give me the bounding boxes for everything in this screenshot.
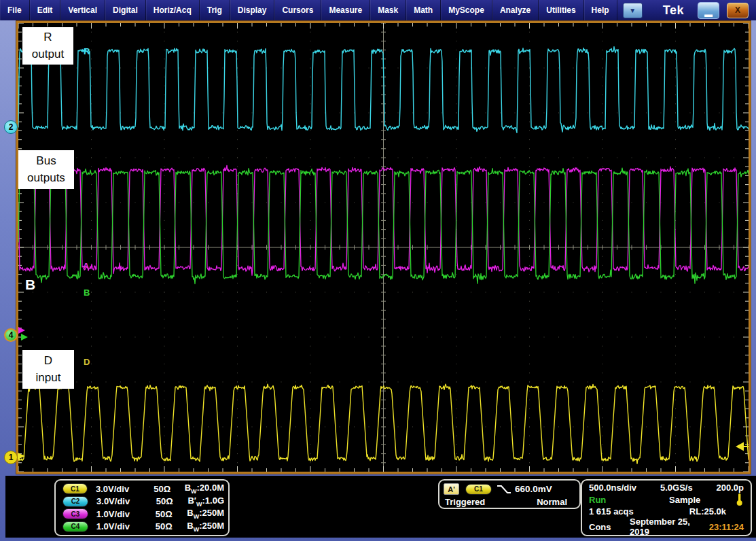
minimize-button[interactable]: ▬ — [698, 2, 719, 19]
tek-logo: Tek — [663, 3, 684, 18]
acquisition-count: 1 615 acqs — [589, 506, 634, 517]
channel1-row[interactable]: C1 3.0V/div 50Ω BW:20.0M — [60, 483, 224, 495]
annotation-r-output: Routput — [22, 27, 73, 65]
cons-label: Cons — [589, 522, 620, 532]
menu-help[interactable]: Help — [584, 0, 617, 20]
channel1-position-marker[interactable]: 1 — [4, 451, 18, 464]
menu-analyze[interactable]: Analyze — [492, 0, 539, 20]
trigger-panel[interactable]: A' C1 660.0mV Triggered Normal — [438, 479, 581, 509]
trace-label-B: B — [84, 287, 90, 298]
chevron-down-icon: ▼ — [629, 7, 636, 14]
trigger-source-badge[interactable]: C1 — [465, 484, 492, 495]
menu-math[interactable]: Math — [406, 0, 441, 20]
waveform-display: RABDB — [18, 23, 749, 472]
trigger-status: Triggered — [445, 497, 485, 507]
close-icon: X — [735, 3, 740, 18]
menu-digital[interactable]: Digital — [105, 0, 146, 20]
menu-measure[interactable]: Measure — [321, 0, 370, 20]
sample-rate: 5.0GS/s — [660, 483, 717, 493]
thermometer-icon — [736, 493, 744, 506]
channel2-scale: 3.0V/div — [96, 496, 156, 506]
trace-label-D: D — [84, 357, 90, 367]
menu-utilities[interactable]: Utilities — [539, 0, 583, 20]
timebase-scale: 500.0ns/div — [589, 483, 660, 493]
record-length: RL:25.0k — [689, 506, 726, 517]
channel4-scale: 1.0V/div — [96, 521, 156, 531]
channel-settings-panel[interactable]: C1 3.0V/div 50Ω BW:20.0M C2 3.0V/div 50Ω… — [54, 479, 230, 536]
annotation-d-input: Dinput — [22, 350, 74, 389]
run-state: Run — [589, 495, 630, 505]
annotation-bus-outputs: Busoutputs — [18, 150, 74, 189]
channel4-row[interactable]: C4 1.0V/div 50Ω BW:250M — [60, 521, 224, 533]
acquisition-mode: Sample — [630, 495, 736, 505]
channel4-ground-arrow — [21, 334, 28, 341]
channel4-badge[interactable]: C4 — [62, 521, 88, 532]
channel3-ground-arrow — [18, 327, 25, 334]
channel2-badge[interactable]: C2 — [62, 496, 88, 507]
channel4-impedance: 50Ω — [156, 521, 187, 531]
channel3-badge[interactable]: C3 — [62, 508, 88, 519]
menu-myscope[interactable]: MyScope — [441, 0, 492, 20]
channel2-bandwidth: B′W:1.0G — [187, 495, 224, 508]
trigger-position: 200.0p — [717, 483, 744, 493]
menu-trig[interactable]: Trig — [200, 0, 230, 20]
readout-bar: C1 3.0V/div 50Ω BW:20.0M C2 3.0V/div 50Ω… — [5, 476, 756, 538]
channel4-bandwidth: BW:250M — [187, 521, 224, 533]
channel1-scale: 3.0V/div — [96, 484, 154, 494]
timebase-panel[interactable]: 500.0ns/div 5.0GS/s 200.0p Run Sample 1 … — [581, 479, 752, 536]
channel3-scale: 1.0V/div — [96, 509, 156, 519]
trigger-mode: Normal — [537, 497, 567, 507]
trigger-a-badge: A' — [444, 483, 459, 495]
close-button[interactable]: X — [727, 3, 749, 18]
menu-mask[interactable]: Mask — [370, 0, 406, 20]
channel3-impedance: 50Ω — [156, 509, 187, 519]
channel1-impedance: 50Ω — [154, 484, 184, 494]
channel2-position-marker[interactable]: 2 — [4, 120, 18, 134]
channel1-ground-arrow — [18, 453, 25, 459]
channel2-impedance: 50Ω — [156, 496, 188, 506]
channel1-badge[interactable]: C1 — [62, 483, 88, 494]
menu-display[interactable]: Display — [230, 0, 275, 20]
trigger-level: 660.0mV — [515, 484, 552, 494]
menu-file[interactable]: File — [0, 0, 30, 20]
minimize-icon: ▬ — [704, 12, 713, 17]
scope-graticule[interactable]: RABDB — [16, 21, 751, 474]
channel1-bandwidth: BW:20.0M — [185, 483, 224, 495]
menu-cursors[interactable]: Cursors — [274, 0, 321, 20]
menu-vertical[interactable]: Vertical — [60, 0, 105, 20]
trigger-level-arrow[interactable] — [736, 442, 744, 451]
menu-bar: File Edit Vertical Digital Horiz/Acq Tri… — [0, 0, 756, 20]
channel3-bandwidth: BW:250M — [187, 508, 224, 520]
time-readout: 23:11:24 — [709, 522, 744, 532]
channel2-row[interactable]: C2 3.0V/div 50Ω B′W:1.0G — [60, 495, 224, 508]
channel4-position-marker[interactable]: 4 — [4, 328, 18, 342]
channel3-row[interactable]: C3 1.0V/div 50Ω BW:250M — [60, 508, 224, 520]
annotation-b-label: B — [25, 277, 35, 292]
falling-edge-icon — [496, 484, 512, 495]
menu-dropdown-button[interactable]: ▼ — [623, 3, 643, 18]
menu-edit[interactable]: Edit — [30, 0, 61, 20]
menu-horiz-acq[interactable]: Horiz/Acq — [146, 0, 200, 20]
date-readout: September 25, 2019 — [620, 517, 709, 537]
